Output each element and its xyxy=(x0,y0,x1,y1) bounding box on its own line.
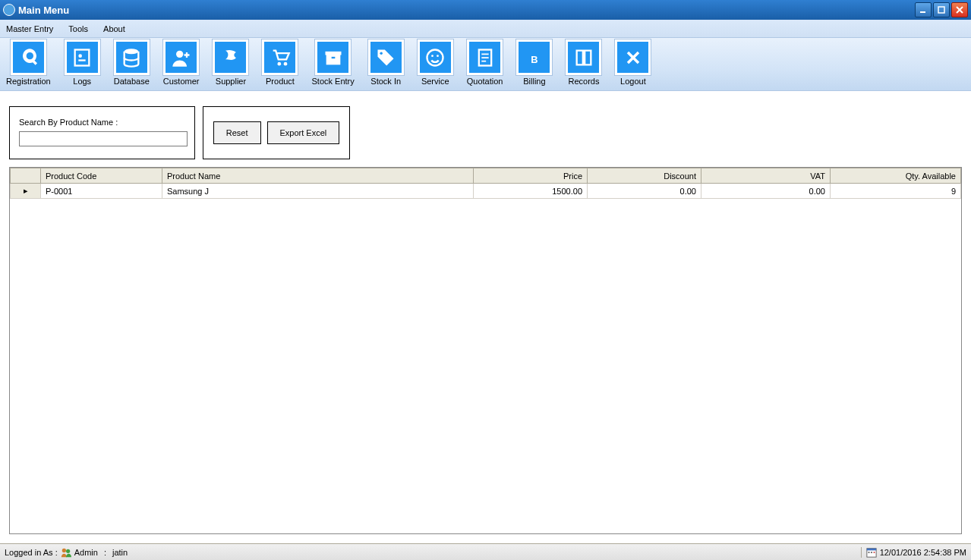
tag-icon xyxy=(368,39,404,75)
toolbar-label: Customer xyxy=(163,77,200,86)
toolbar-label: Product xyxy=(266,77,295,86)
user-plus-icon xyxy=(163,39,199,75)
cell-product-code[interactable]: P-0001 xyxy=(41,184,162,199)
svg-rect-22 xyxy=(868,552,869,553)
toolbar-customer[interactable]: Customer xyxy=(163,39,200,86)
svg-rect-10 xyxy=(325,51,341,55)
reset-button[interactable]: Reset xyxy=(213,121,261,144)
cell-product-name[interactable]: Samsung J xyxy=(162,184,474,199)
statusbar: Logged in As : Admin : jatin 12/01/2016 … xyxy=(0,543,971,560)
menubar: Master Entry Tools About xyxy=(0,20,971,38)
col-product-name[interactable]: Product Name xyxy=(162,168,474,184)
toolbar-records[interactable]: Records xyxy=(566,39,601,86)
toolbar-label: Service xyxy=(421,77,449,86)
svg-rect-1 xyxy=(938,7,944,13)
toolbar-stock-in[interactable]: Stock In xyxy=(368,39,404,86)
minimize-button[interactable] xyxy=(915,2,932,17)
row-selector-header xyxy=(11,168,41,184)
status-admin: Admin xyxy=(74,548,98,557)
maximize-button[interactable] xyxy=(933,2,950,17)
close-icon xyxy=(615,39,651,75)
svg-point-19 xyxy=(66,549,70,552)
database-icon xyxy=(114,39,150,75)
toolbar-label: Registration xyxy=(6,77,51,86)
book-icon xyxy=(566,39,601,75)
svg-point-18 xyxy=(61,548,65,552)
svg-point-3 xyxy=(79,54,83,58)
close-button[interactable] xyxy=(951,2,968,17)
calendar-icon xyxy=(866,547,877,558)
export-excel-button[interactable]: Export Excel xyxy=(267,121,340,144)
key-icon xyxy=(11,39,46,75)
status-datetime: 12/01/2016 2:54:38 PM xyxy=(880,548,966,557)
supplier-icon xyxy=(213,39,248,75)
col-vat[interactable]: VAT xyxy=(701,168,831,184)
svg-rect-2 xyxy=(75,49,90,65)
logs-icon xyxy=(65,39,100,75)
toolbar-registration[interactable]: Registration xyxy=(6,39,51,86)
svg-rect-24 xyxy=(873,552,875,553)
svg-point-8 xyxy=(284,61,288,65)
svg-rect-11 xyxy=(331,56,335,58)
svg-point-7 xyxy=(277,61,281,65)
col-qty[interactable]: Qty. Available xyxy=(831,168,961,184)
toolbar-supplier[interactable]: Supplier xyxy=(213,39,248,86)
toolbar-product[interactable]: Product xyxy=(262,39,298,86)
svg-rect-9 xyxy=(326,54,340,64)
toolbar-label: Stock In xyxy=(370,77,401,86)
menu-master-entry[interactable]: Master Entry xyxy=(6,24,53,33)
billing-icon: B xyxy=(516,39,552,75)
toolbar-label: Stock Entry xyxy=(311,77,354,86)
titlebar: Main Menu xyxy=(0,0,971,20)
status-user: jatin xyxy=(112,548,128,557)
app-icon xyxy=(3,4,15,16)
svg-point-13 xyxy=(427,49,443,65)
toolbar-service[interactable]: Service xyxy=(418,39,453,86)
cell-discount[interactable]: 0.00 xyxy=(588,184,701,199)
col-discount[interactable]: Discount xyxy=(588,168,701,184)
toolbar-logout[interactable]: Logout xyxy=(615,39,651,86)
svg-rect-4 xyxy=(79,59,86,61)
svg-point-15 xyxy=(437,55,439,57)
col-price[interactable]: Price xyxy=(474,168,588,184)
row-indicator-icon: ▸ xyxy=(11,184,41,199)
svg-text:B: B xyxy=(531,54,538,65)
status-separator: : xyxy=(101,548,109,557)
toolbar-quotation[interactable]: Quotation xyxy=(467,39,503,86)
table-row[interactable]: ▸ P-0001 Samsung J 1500.00 0.00 0.00 9 xyxy=(11,184,961,199)
search-input[interactable] xyxy=(19,131,188,146)
filter-panel: Search By Product Name : Reset Export Ex… xyxy=(0,91,971,167)
svg-rect-21 xyxy=(867,548,876,550)
toolbar-billing[interactable]: B Billing xyxy=(516,39,552,86)
svg-point-14 xyxy=(431,55,433,57)
cell-price[interactable]: 1500.00 xyxy=(474,184,588,199)
toolbar-database[interactable]: Database xyxy=(114,39,150,86)
toolbar-label: Database xyxy=(114,77,150,86)
col-product-code[interactable]: Product Code xyxy=(41,168,162,184)
toolbar-label: Records xyxy=(568,77,599,86)
toolbar-label: Billing xyxy=(523,77,545,86)
smile-icon xyxy=(418,39,453,75)
toolbar-stock-entry[interactable]: Stock Entry xyxy=(311,39,354,86)
svg-point-6 xyxy=(176,50,183,57)
search-label: Search By Product Name : xyxy=(19,118,185,127)
cell-qty[interactable]: 9 xyxy=(831,184,961,199)
search-group: Search By Product Name : xyxy=(9,106,195,159)
menu-about[interactable]: About xyxy=(103,24,125,33)
svg-point-12 xyxy=(380,52,383,55)
cell-vat[interactable]: 0.00 xyxy=(701,184,831,199)
menu-tools[interactable]: Tools xyxy=(68,24,88,33)
status-logged-prefix: Logged in As : xyxy=(5,548,58,557)
window-title: Main Menu xyxy=(18,5,913,16)
users-icon xyxy=(61,547,71,558)
data-grid[interactable]: Product Code Product Name Price Discount… xyxy=(9,167,962,534)
toolbar-label: Logs xyxy=(73,77,91,86)
toolbar-label: Logout xyxy=(620,77,646,86)
svg-point-5 xyxy=(125,49,139,54)
cart-icon xyxy=(262,39,298,75)
toolbar-logs[interactable]: Logs xyxy=(65,39,100,86)
document-icon xyxy=(467,39,503,75)
toolbar-label: Quotation xyxy=(467,77,503,86)
toolbar: Registration Logs Database Customer Supp… xyxy=(0,38,971,91)
svg-rect-23 xyxy=(871,552,872,553)
